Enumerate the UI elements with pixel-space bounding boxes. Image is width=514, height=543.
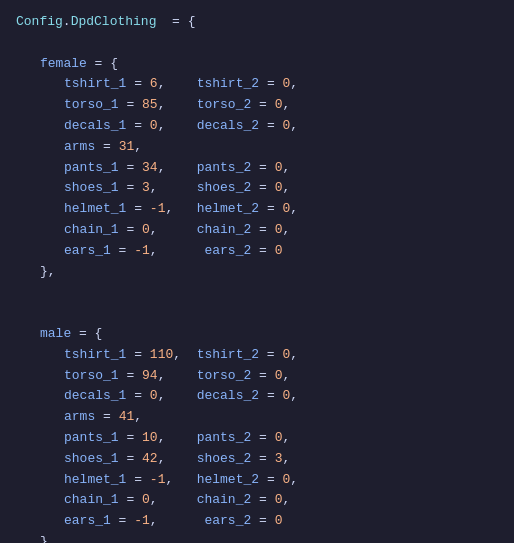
mchain2-comma: , xyxy=(282,490,290,511)
spacing1: = { xyxy=(156,12,195,33)
mears2-val: 0 xyxy=(275,511,283,532)
mears1-comma: , xyxy=(150,511,205,532)
indent xyxy=(16,366,64,387)
fshoes2-key: shoes_2 xyxy=(197,178,252,199)
mears1-eq: = xyxy=(111,511,134,532)
mdecals2-eq: = xyxy=(259,386,282,407)
mears2-key: ears_2 xyxy=(204,511,251,532)
ftorso2-eq: = xyxy=(251,95,274,116)
indent xyxy=(16,428,64,449)
indent xyxy=(16,95,64,116)
fhelmet1-eq: = xyxy=(126,199,149,220)
indent xyxy=(16,241,64,262)
mhelmet1-eq: = xyxy=(126,470,149,491)
line-female-pants: pants_1 = 34 , pants_2 = 0 , xyxy=(16,158,498,179)
indent xyxy=(16,54,40,75)
fchain1-eq: = xyxy=(119,220,142,241)
line-female-torso: torso_1 = 85 , torso_2 = 0 , xyxy=(16,95,498,116)
indent xyxy=(16,449,64,470)
mtshirt1-eq: = xyxy=(126,345,149,366)
dot: . xyxy=(63,12,71,33)
tshirt2-comma: , xyxy=(290,74,298,95)
fpants2-val: 0 xyxy=(275,158,283,179)
fhelmet2-eq: = xyxy=(259,199,282,220)
fchain1-val: 0 xyxy=(142,220,150,241)
mtshirt2-key: tshirt_2 xyxy=(197,345,259,366)
mchain2-val: 0 xyxy=(275,490,283,511)
mdecals1-val: 0 xyxy=(150,386,158,407)
marms-comma: , xyxy=(134,407,142,428)
mpants2-key: pants_2 xyxy=(197,428,252,449)
fchain2-eq: = xyxy=(251,220,274,241)
fchain2-key: chain_2 xyxy=(197,220,252,241)
indent xyxy=(16,532,40,543)
mtshirt1-key: tshirt_1 xyxy=(64,345,126,366)
tshirt1-val: 6 xyxy=(150,74,158,95)
female-keyword: female xyxy=(40,54,87,75)
fpants1-eq: = xyxy=(119,158,142,179)
indent xyxy=(16,490,64,511)
fshoes1-eq: = xyxy=(119,178,142,199)
mhelmet2-eq: = xyxy=(259,470,282,491)
female-close-brace: }, xyxy=(40,262,56,283)
line-male-chain: chain_1 = 0 , chain_2 = 0 , xyxy=(16,490,498,511)
mdecals1-eq: = xyxy=(126,386,149,407)
mshoes2-eq: = xyxy=(251,449,274,470)
indent xyxy=(16,158,64,179)
fchain2-val: 0 xyxy=(275,220,283,241)
fhelmet1-key: helmet_1 xyxy=(64,199,126,220)
indent xyxy=(16,345,64,366)
tshirt2-val: 0 xyxy=(282,74,290,95)
code-editor: Config.DpdClothing = { female = { tshirt… xyxy=(0,0,514,543)
mtshirt2-comma: , xyxy=(290,345,298,366)
fshoes2-eq: = xyxy=(251,178,274,199)
ftorso1-comma: , xyxy=(158,95,197,116)
mhelmet2-key: helmet_2 xyxy=(197,470,259,491)
mdecals2-key: decals_2 xyxy=(197,386,259,407)
marms-key: arms xyxy=(64,407,95,428)
fpants1-comma: , xyxy=(158,158,197,179)
ftorso1-eq: = xyxy=(119,95,142,116)
line-female-tshirt: tshirt_1 = 6 , tshirt_2 = 0 , xyxy=(16,74,498,95)
config-prop: DpdClothing xyxy=(71,12,157,33)
fshoes2-comma: , xyxy=(282,178,290,199)
mchain1-key: chain_1 xyxy=(64,490,119,511)
indent xyxy=(16,178,64,199)
line-blank3 xyxy=(16,303,498,324)
mchain1-val: 0 xyxy=(142,490,150,511)
mtshirt2-eq: = xyxy=(259,345,282,366)
tshirt2-key: tshirt_2 xyxy=(197,74,259,95)
marms-eq: = xyxy=(95,407,118,428)
mshoes1-comma: , xyxy=(158,449,197,470)
indent xyxy=(16,386,64,407)
indent xyxy=(16,199,64,220)
indent xyxy=(16,324,40,345)
mtorso2-comma: , xyxy=(282,366,290,387)
tshirt1-comma: , xyxy=(158,74,197,95)
fhelmet1-comma: , xyxy=(165,199,196,220)
mtorso1-key: torso_1 xyxy=(64,366,119,387)
ftorso2-key: torso_2 xyxy=(197,95,252,116)
fdecals1-val: 0 xyxy=(150,116,158,137)
mtorso2-val: 0 xyxy=(275,366,283,387)
fdecals2-val: 0 xyxy=(282,116,290,137)
mpants1-comma: , xyxy=(158,428,197,449)
mshoes2-val: 3 xyxy=(275,449,283,470)
mpants2-eq: = xyxy=(251,428,274,449)
fpants2-comma: , xyxy=(282,158,290,179)
fchain1-key: chain_1 xyxy=(64,220,119,241)
config-name: Config xyxy=(16,12,63,33)
mchain1-eq: = xyxy=(119,490,142,511)
tshirt2-eq: = xyxy=(259,74,282,95)
tshirt1-key: tshirt_1 xyxy=(64,74,126,95)
line-male-decals: decals_1 = 0 , decals_2 = 0 , xyxy=(16,386,498,407)
fpants2-eq: = xyxy=(251,158,274,179)
male-keyword: male xyxy=(40,324,71,345)
farms-val: 31 xyxy=(119,137,135,158)
mdecals1-comma: , xyxy=(158,386,197,407)
mchain1-comma: , xyxy=(150,490,197,511)
line-male-decl: male = { xyxy=(16,324,498,345)
indent xyxy=(16,137,64,158)
indent xyxy=(16,116,64,137)
mears1-val: -1 xyxy=(134,511,150,532)
